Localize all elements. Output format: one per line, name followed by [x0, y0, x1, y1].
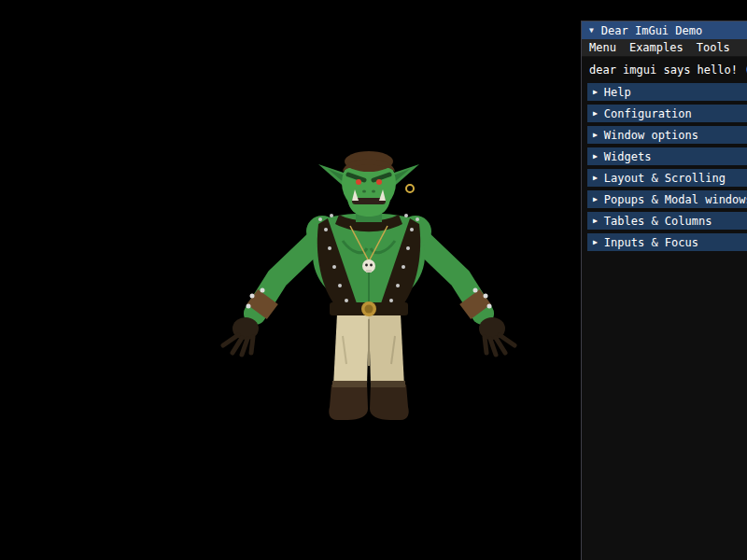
window-title-bar[interactable]: ▼ Dear ImGui Demo	[582, 21, 747, 39]
collapsing-header-inputs-focus[interactable]: ▶ Inputs & Focus	[587, 233, 747, 251]
chevron-right-icon: ▶	[593, 196, 598, 203]
orc-arm-right	[416, 235, 514, 355]
orc-arm-left	[223, 235, 322, 355]
menu-item-examples[interactable]: Examples	[629, 41, 684, 54]
collapse-arrow-icon[interactable]: ▼	[589, 27, 594, 35]
collapsing-header-help[interactable]: ▶ Help	[587, 83, 747, 101]
collapsing-header-layout-scrolling[interactable]: ▶ Layout & Scrolling	[587, 169, 747, 187]
header-label: Window options	[604, 129, 698, 142]
header-label: Layout & Scrolling	[604, 172, 726, 185]
header-label: Inputs & Focus	[604, 236, 698, 249]
collapsing-header-tables-columns[interactable]: ▶ Tables & Columns	[587, 212, 747, 230]
orc-pants	[333, 314, 404, 386]
imgui-demo-window: ▼ Dear ImGui Demo Menu Examples Tools de…	[581, 21, 747, 560]
chevron-right-icon: ▶	[593, 217, 598, 225]
menu-item-menu[interactable]: Menu	[589, 41, 616, 54]
header-label: Tables & Columns	[604, 215, 712, 228]
window-title: Dear ImGui Demo	[601, 24, 702, 37]
header-label: Configuration	[604, 107, 692, 120]
collapsing-header-window-options[interactable]: ▶ Window options	[587, 126, 747, 144]
header-label: Widgets	[604, 150, 652, 163]
chevron-right-icon: ▶	[593, 132, 598, 139]
chevron-right-icon: ▶	[593, 110, 598, 118]
collapsing-header-widgets[interactable]: ▶ Widgets	[587, 147, 747, 165]
collapsing-header-configuration[interactable]: ▶ Configuration	[587, 105, 747, 122]
orc-character	[210, 131, 528, 439]
chevron-right-icon: ▶	[593, 153, 598, 161]
orc-belt	[330, 301, 408, 316]
orc-earring	[406, 185, 414, 192]
greeting-text: dear imgui says hello! (1.90.0)	[589, 63, 747, 77]
chevron-right-icon: ▶	[593, 175, 598, 182]
header-label: Help	[604, 86, 631, 99]
orc-head	[318, 151, 419, 222]
chevron-right-icon: ▶	[593, 239, 598, 246]
collapsing-header-popups-modal-windows[interactable]: ▶ Popups & Modal windows	[587, 190, 747, 208]
orc-boots	[329, 381, 408, 420]
header-label: Popups & Modal windows	[604, 193, 747, 206]
menu-bar: Menu Examples Tools	[582, 39, 747, 57]
menu-item-tools[interactable]: Tools	[697, 41, 730, 54]
window-content: dear imgui says hello! (1.90.0) ▶ Help ▶…	[582, 57, 747, 251]
chevron-right-icon: ▶	[593, 89, 598, 96]
